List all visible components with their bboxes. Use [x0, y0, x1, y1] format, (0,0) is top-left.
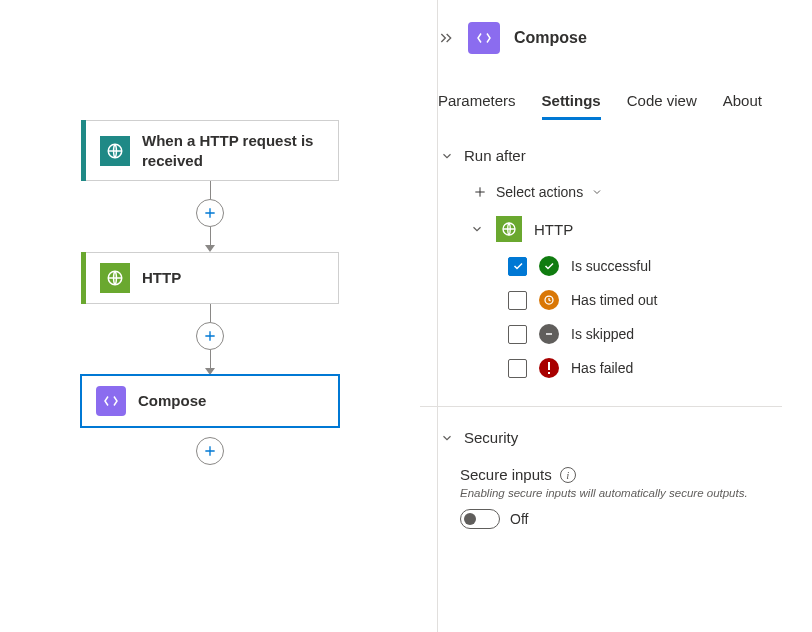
section-header-security[interactable]: Security	[440, 429, 782, 446]
run-after-action-label: HTTP	[534, 221, 573, 238]
status-label: Is skipped	[571, 326, 634, 342]
clock-icon	[539, 290, 559, 310]
secure-inputs-toggle[interactable]	[460, 509, 500, 529]
status-label: Has failed	[571, 360, 633, 376]
node-accent	[81, 252, 86, 304]
connector	[196, 181, 224, 252]
add-step-button[interactable]	[196, 437, 224, 465]
panel-tabs: Parameters Settings Code view About	[438, 92, 782, 121]
minus-icon	[539, 324, 559, 344]
node-http-trigger[interactable]: When a HTTP request is received	[81, 120, 339, 181]
arrow-icon	[205, 368, 215, 375]
node-compose[interactable]: Compose	[81, 375, 339, 427]
chevron-down-icon	[470, 222, 484, 236]
section-run-after: Run after Select actions HTTP	[438, 147, 782, 378]
run-after-action[interactable]: HTTP	[470, 216, 782, 242]
section-title: Security	[464, 429, 518, 446]
panel-header: Compose	[438, 22, 782, 54]
add-step-button[interactable]	[196, 199, 224, 227]
node-http[interactable]: HTTP	[81, 252, 339, 304]
svg-rect-5	[548, 372, 550, 374]
section-divider	[420, 406, 782, 407]
checkbox-success[interactable]	[508, 257, 527, 276]
flow-canvas: When a HTTP request is received HTTP Com…	[0, 0, 420, 632]
success-icon	[539, 256, 559, 276]
checkbox-skipped[interactable]	[508, 325, 527, 344]
arrow-icon	[205, 245, 215, 252]
connector	[196, 437, 224, 465]
toggle-knob	[464, 513, 476, 525]
collapse-panel-button[interactable]	[438, 30, 454, 46]
panel-title: Compose	[514, 29, 587, 47]
secure-inputs-toggle-row: Off	[460, 509, 782, 529]
connector	[196, 304, 224, 375]
status-list: Is successful Has timed out Is skipped	[508, 256, 782, 378]
info-icon[interactable]: i	[560, 467, 576, 483]
toggle-state-label: Off	[510, 511, 528, 527]
compose-icon	[96, 386, 126, 416]
node-accent	[81, 120, 86, 181]
globe-icon	[100, 263, 130, 293]
status-label: Is successful	[571, 258, 651, 274]
globe-icon	[496, 216, 522, 242]
tab-parameters[interactable]: Parameters	[438, 92, 516, 120]
chevron-down-icon	[591, 186, 603, 198]
settings-panel: Compose Parameters Settings Code view Ab…	[420, 0, 812, 632]
compose-icon	[468, 22, 500, 54]
secure-inputs-label-row: Secure inputs i	[460, 466, 782, 483]
secure-inputs-label: Secure inputs	[460, 466, 552, 483]
select-actions-label: Select actions	[496, 184, 583, 200]
chevron-down-icon	[440, 149, 454, 163]
section-header-run-after[interactable]: Run after	[440, 147, 782, 164]
checkbox-timeout[interactable]	[508, 291, 527, 310]
panel-divider	[437, 0, 438, 632]
section-title: Run after	[464, 147, 526, 164]
svg-rect-4	[548, 362, 550, 370]
add-step-button[interactable]	[196, 322, 224, 350]
status-row-skipped: Is skipped	[508, 324, 782, 344]
error-icon	[539, 358, 559, 378]
globe-icon	[100, 136, 130, 166]
tab-settings[interactable]: Settings	[542, 92, 601, 120]
node-label: When a HTTP request is received	[142, 131, 326, 170]
status-label: Has timed out	[571, 292, 657, 308]
plus-icon	[472, 184, 488, 200]
status-row-failed: Has failed	[508, 358, 782, 378]
checkbox-failed[interactable]	[508, 359, 527, 378]
tab-code-view[interactable]: Code view	[627, 92, 697, 120]
tab-about[interactable]: About	[723, 92, 762, 120]
select-actions-button[interactable]: Select actions	[472, 184, 782, 200]
status-row-success: Is successful	[508, 256, 782, 276]
chevron-down-icon	[440, 431, 454, 445]
section-security: Security Secure inputs i Enabling secure…	[438, 429, 782, 529]
node-label: HTTP	[142, 268, 181, 288]
secure-inputs-helper: Enabling secure inputs will automaticall…	[460, 487, 782, 499]
status-row-timeout: Has timed out	[508, 290, 782, 310]
node-label: Compose	[138, 391, 206, 411]
